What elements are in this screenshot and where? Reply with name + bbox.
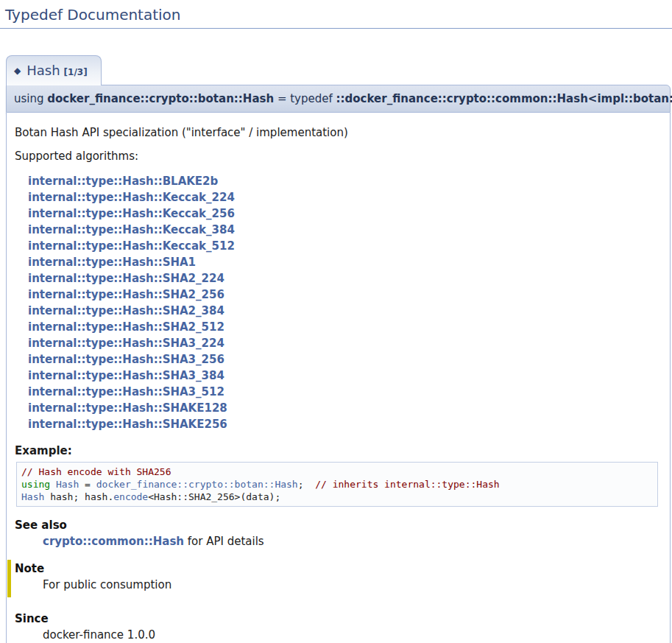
algorithm-list-item: internal::type::Hash::SHA2_224	[28, 270, 661, 287]
typedef-member-block: ◆Hash[1/3] using docker_finance::crypto:…	[6, 55, 671, 643]
algorithm-link[interactable]: internal::type::Hash::Keccak_512	[28, 239, 235, 253]
since-label: Since	[15, 612, 661, 625]
note-label: Note	[15, 562, 661, 575]
algorithm-list-item: internal::type::Hash::SHA3_512	[28, 384, 661, 400]
code-keyword: using	[21, 479, 50, 490]
algorithm-list-item: internal::type::Hash::SHA3_256	[28, 351, 661, 368]
algorithm-list-item: internal::type::Hash::SHA2_256	[28, 287, 661, 303]
prototype-using-keyword: using	[14, 92, 44, 105]
algorithm-list-item: internal::type::Hash::Keccak_224	[28, 189, 661, 205]
example-label: Example:	[15, 444, 661, 457]
note-text: For public consumption	[43, 578, 661, 591]
code-plain: ;	[298, 479, 315, 490]
algorithm-link[interactable]: internal::type::Hash::SHA2_512	[28, 320, 224, 334]
code-plain: hash; hash.	[44, 491, 113, 502]
code-comment: // Hash encode with SHA256	[21, 466, 171, 477]
see-also-content: crypto::common::Hash for API details	[43, 535, 661, 548]
algorithm-link[interactable]: internal::type::Hash::SHA3_224	[28, 337, 224, 350]
code-line: // Hash encode with SHA256	[21, 465, 653, 478]
code-line: Hash hash; hash.encode<Hash::SHA2_256>(d…	[21, 491, 653, 503]
prototype-name: docker_finance::crypto::botan::Hash	[47, 92, 274, 105]
code-fragment: // Hash encode with SHA256using Hash = d…	[16, 462, 658, 507]
code-link[interactable]: Hash	[21, 491, 44, 502]
code-link[interactable]: docker_finance::crypto::botan::Hash	[96, 479, 298, 490]
prototype-target-type: ::docker_finance::crypto::common::Hash<i…	[336, 92, 672, 105]
algorithm-link[interactable]: internal::type::Hash::SHA3_256	[28, 353, 224, 366]
algorithm-link[interactable]: internal::type::Hash::SHAKE128	[28, 401, 227, 415]
see-also-label: See also	[15, 519, 661, 532]
content-area: Typedef Documentation ◆Hash[1/3] using d…	[0, 0, 672, 643]
member-tab-name: Hash	[26, 63, 60, 78]
since-text: docker-finance 1.0.0	[43, 628, 661, 642]
code-link[interactable]: encode	[113, 491, 148, 502]
description-text: Botan Hash API specialization ("interfac…	[15, 126, 661, 139]
see-also-section: See also crypto::common::Hash for API de…	[15, 519, 661, 548]
permalink-diamond-icon[interactable]: ◆	[14, 66, 21, 76]
note-section: Note For public consumption	[7, 560, 661, 597]
algorithm-link[interactable]: internal::type::Hash::SHA2_256	[28, 288, 224, 301]
algorithm-list-item: internal::type::Hash::BLAKE2b	[28, 173, 661, 189]
algorithm-list-item: internal::type::Hash::SHAKE128	[28, 400, 661, 416]
prototype-equals-typedef: = typedef	[277, 92, 333, 105]
algorithm-list-item: internal::type::Hash::SHA2_384	[28, 303, 661, 319]
see-also-suffix: for API details	[184, 535, 264, 548]
since-section: Since docker-finance 1.0.0	[15, 612, 661, 642]
algorithm-list-item: internal::type::Hash::SHA3_384	[28, 368, 661, 384]
member-tab: ◆Hash[1/3]	[6, 55, 102, 85]
algorithm-list-item: internal::type::Hash::Keccak_384	[28, 222, 661, 238]
algorithm-link[interactable]: internal::type::Hash::BLAKE2b	[28, 175, 218, 188]
algorithm-link[interactable]: internal::type::Hash::SHA1	[28, 256, 196, 269]
code-comment: // inherits internal::type::Hash	[315, 479, 499, 490]
page-title: Typedef Documentation	[0, 4, 672, 29]
algorithm-link[interactable]: internal::type::Hash::SHAKE256	[28, 418, 227, 431]
algorithm-link[interactable]: internal::type::Hash::Keccak_256	[28, 207, 235, 220]
member-tab-overload: [1/3]	[64, 67, 88, 77]
algorithm-link[interactable]: internal::type::Hash::SHA3_384	[28, 369, 224, 382]
algorithm-list-item: internal::type::Hash::SHA1	[28, 254, 661, 270]
algorithm-link[interactable]: internal::type::Hash::SHA2_384	[28, 304, 224, 317]
algorithm-list-item: internal::type::Hash::Keccak_256	[28, 205, 661, 222]
code-plain: =	[79, 479, 96, 490]
algorithm-list-item: internal::type::Hash::SHA2_512	[28, 319, 661, 335]
member-prototype: using docker_finance::crypto::botan::Has…	[6, 85, 671, 113]
algorithm-list-item: internal::type::Hash::SHA3_224	[28, 335, 661, 351]
code-line: using Hash = docker_finance::crypto::bot…	[21, 478, 653, 491]
code-plain	[50, 479, 56, 490]
algorithm-list-item: internal::type::Hash::Keccak_512	[28, 238, 661, 254]
algorithm-link[interactable]: internal::type::Hash::Keccak_224	[28, 191, 235, 204]
member-documentation: Botan Hash API specialization ("interfac…	[6, 113, 671, 643]
algorithm-link-list: internal::type::Hash::BLAKE2binternal::t…	[28, 173, 661, 432]
code-link[interactable]: Hash	[56, 479, 79, 490]
algorithm-link[interactable]: internal::type::Hash::Keccak_384	[28, 223, 235, 236]
code-plain: <Hash::SHA2_256>(data);	[148, 491, 280, 502]
algorithm-link[interactable]: internal::type::Hash::SHA3_512	[28, 385, 224, 398]
supported-algorithms-label: Supported algorithms:	[15, 150, 661, 163]
algorithm-list-item: internal::type::Hash::SHAKE256	[28, 416, 661, 432]
algorithm-link[interactable]: internal::type::Hash::SHA2_224	[28, 272, 224, 285]
see-also-link[interactable]: crypto::common::Hash	[43, 535, 184, 548]
